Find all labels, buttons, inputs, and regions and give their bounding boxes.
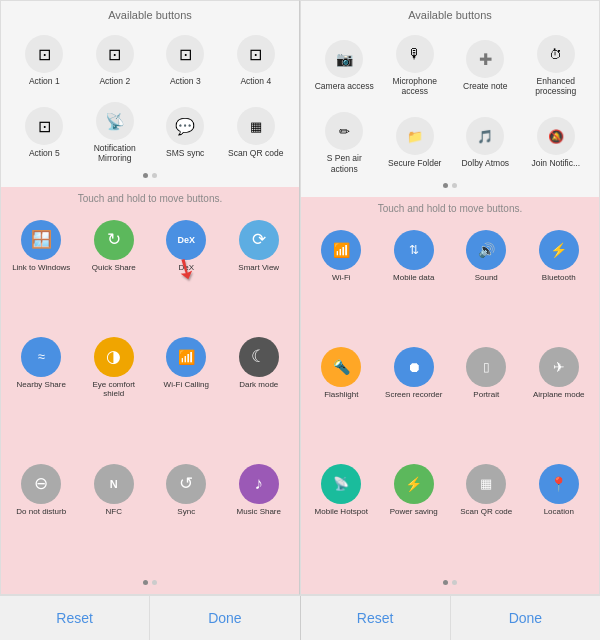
- list-item[interactable]: ⏺ Screen recorder: [380, 343, 449, 456]
- right-done-button[interactable]: Done: [451, 596, 600, 640]
- screen-recorder-icon: ⏺: [394, 347, 434, 387]
- scan-qr-active-icon: ▦: [466, 464, 506, 504]
- mobile-hotspot-label: Mobile Hotspot: [315, 507, 368, 517]
- action5-label: Action 5: [29, 148, 60, 158]
- link-to-windows-label: Link to Windows: [12, 263, 70, 273]
- sync-label: Sync: [177, 507, 195, 517]
- panels-container: Available buttons ⊡ Action 1 ⊡ Action 2 …: [0, 0, 600, 595]
- list-item[interactable]: ⚡ Power saving: [380, 460, 449, 573]
- list-item[interactable]: ⇅ Mobile data: [380, 226, 449, 339]
- power-saving-icon: ⚡: [394, 464, 434, 504]
- list-item[interactable]: 📡 Notification Mirroring: [82, 96, 149, 169]
- list-item[interactable]: ≈ Nearby Share: [7, 333, 76, 456]
- left-available-section: Available buttons ⊡ Action 1 ⊡ Action 2 …: [1, 1, 299, 187]
- dot: [443, 580, 448, 585]
- do-not-disturb-icon: ⊖: [21, 464, 61, 504]
- list-item[interactable]: 🔊 Sound: [452, 226, 521, 339]
- list-item[interactable]: ↻ Quick Share: [80, 216, 149, 329]
- right-available-grid: 📷 Camera access 🎙 Microphone access ✚ Cr…: [307, 29, 593, 180]
- smart-view-icon: ⟳: [239, 220, 279, 260]
- list-item[interactable]: ⊡ Action 5: [11, 96, 78, 169]
- sms-sync-label: SMS sync: [166, 148, 204, 158]
- list-item[interactable]: 📶 Wi-Fi: [307, 226, 376, 339]
- list-item[interactable]: DeX ➘ DeX: [152, 216, 221, 329]
- left-done-button[interactable]: Done: [150, 596, 299, 640]
- list-item[interactable]: ◑ Eye comfort shield: [80, 333, 149, 456]
- dot: [143, 580, 148, 585]
- list-item[interactable]: ♪ Music Share: [225, 460, 294, 573]
- list-item[interactable]: ▦ Scan QR code: [223, 96, 290, 169]
- list-item[interactable]: 📍 Location: [525, 460, 594, 573]
- right-active-title: Touch and hold to move buttons.: [307, 203, 593, 214]
- list-item[interactable]: ✏ S Pen air actions: [311, 106, 378, 179]
- secure-folder-icon: 📁: [396, 117, 434, 155]
- action3-icon: ⊡: [166, 35, 204, 73]
- action3-label: Action 3: [170, 76, 201, 86]
- sms-sync-icon: 💬: [166, 107, 204, 145]
- s-pen-icon: ✏: [325, 112, 363, 150]
- list-item[interactable]: 🪟 Link to Windows: [7, 216, 76, 329]
- dot: [452, 580, 457, 585]
- right-reset-button[interactable]: Reset: [301, 596, 451, 640]
- list-item[interactable]: ☾ Dark mode: [225, 333, 294, 456]
- dolby-atmos-icon: 🎵: [466, 117, 504, 155]
- list-item[interactable]: 📡 Mobile Hotspot: [307, 460, 376, 573]
- mobile-data-label: Mobile data: [393, 273, 434, 283]
- microphone-access-icon: 🎙: [396, 35, 434, 73]
- left-reset-button[interactable]: Reset: [0, 596, 150, 640]
- music-share-icon: ♪: [239, 464, 279, 504]
- list-item[interactable]: ✈ Airplane mode: [525, 343, 594, 456]
- nfc-icon: N: [94, 464, 134, 504]
- left-panel: Available buttons ⊡ Action 1 ⊡ Action 2 …: [0, 0, 300, 595]
- scan-qr-active-label: Scan QR code: [460, 507, 512, 517]
- list-item[interactable]: 🔕 Join Notific...: [523, 106, 590, 179]
- list-item[interactable]: ✚ Create note: [452, 29, 519, 102]
- sync-icon: ↺: [166, 464, 206, 504]
- action1-label: Action 1: [29, 76, 60, 86]
- sound-label: Sound: [475, 273, 498, 283]
- list-item[interactable]: ⚡ Bluetooth: [525, 226, 594, 339]
- list-item[interactable]: 🎙 Microphone access: [382, 29, 449, 102]
- list-item[interactable]: ⏱ Enhanced processing: [523, 29, 590, 102]
- microphone-access-label: Microphone access: [384, 76, 447, 96]
- location-label: Location: [544, 507, 574, 517]
- camera-access-icon: 📷: [325, 40, 363, 78]
- music-share-label: Music Share: [237, 507, 281, 517]
- dolby-atmos-label: Dolby Atmos: [461, 158, 509, 168]
- dark-mode-label: Dark mode: [239, 380, 278, 390]
- list-item[interactable]: 🎵 Dolby Atmos: [452, 106, 519, 179]
- right-dots: [307, 180, 593, 191]
- screen-recorder-label: Screen recorder: [385, 390, 442, 400]
- wifi-calling-icon: 📶: [166, 337, 206, 377]
- dot: [152, 580, 157, 585]
- list-item[interactable]: 📷 Camera access: [311, 29, 378, 102]
- list-item[interactable]: ⟳ Smart View: [225, 216, 294, 329]
- action5-icon: ⊡: [25, 107, 63, 145]
- action4-icon: ⊡: [237, 35, 275, 73]
- list-item[interactable]: ⊡ Action 1: [11, 29, 78, 92]
- left-dots: [7, 170, 293, 181]
- left-available-title: Available buttons: [7, 9, 293, 21]
- list-item[interactable]: 📁 Secure Folder: [382, 106, 449, 179]
- action1-icon: ⊡: [25, 35, 63, 73]
- left-active-dots: [7, 577, 293, 588]
- list-item[interactable]: ⊡ Action 3: [152, 29, 219, 92]
- list-item[interactable]: 🔦 Flashlight: [307, 343, 376, 456]
- airplane-mode-label: Airplane mode: [533, 390, 585, 400]
- left-bottom: Reset Done: [0, 596, 300, 640]
- enhanced-processing-icon: ⏱: [537, 35, 575, 73]
- quick-share-label: Quick Share: [92, 263, 136, 273]
- action2-icon: ⊡: [96, 35, 134, 73]
- list-item[interactable]: ↺ Sync: [152, 460, 221, 573]
- list-item[interactable]: ▦ Scan QR code: [452, 460, 521, 573]
- list-item[interactable]: ⊡ Action 2: [82, 29, 149, 92]
- dot: [443, 183, 448, 188]
- right-bottom: Reset Done: [301, 596, 601, 640]
- list-item[interactable]: 💬 SMS sync: [152, 96, 219, 169]
- list-item[interactable]: ▯ Portrait: [452, 343, 521, 456]
- list-item[interactable]: 📶 Wi-Fi Calling: [152, 333, 221, 456]
- list-item[interactable]: N NFC: [80, 460, 149, 573]
- portrait-icon: ▯: [466, 347, 506, 387]
- list-item[interactable]: ⊡ Action 4: [223, 29, 290, 92]
- list-item[interactable]: ⊖ Do not disturb: [7, 460, 76, 573]
